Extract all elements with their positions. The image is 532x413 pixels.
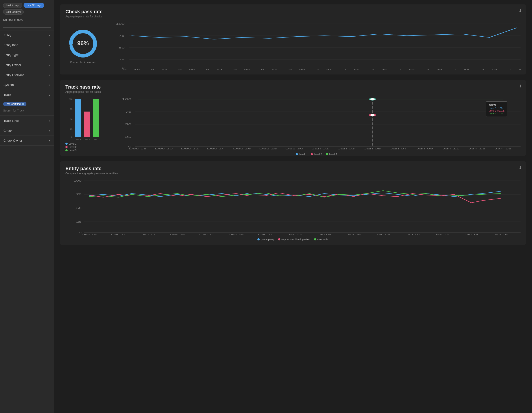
check-owner-filter-row[interactable]: Check Owner ▾ (0, 136, 54, 146)
wayback-label: wayback-archive-ingestion (281, 238, 310, 241)
track-level-filter-row[interactable]: Track Level ▾ (0, 116, 54, 126)
svg-text:0: 0 (71, 136, 72, 138)
track-tag-chip: Test Certified ✕ (3, 102, 26, 106)
track-search-input[interactable] (3, 108, 51, 113)
entity-filter-row[interactable]: Entity ▾ (0, 30, 54, 40)
check-download-button[interactable]: ⬇ (519, 8, 522, 13)
svg-text:Jan 01: Jan 01 (312, 148, 329, 150)
queue-proxy-dot (257, 238, 260, 240)
svg-text:Jan 09: Jan 09 (416, 148, 433, 150)
check-filter-row[interactable]: Check ▾ (0, 126, 54, 136)
main-content: Check pass rate Aggregate pass rate for … (54, 0, 532, 413)
donut-chart: 96% (68, 28, 98, 59)
entity-filter-label: Entity (3, 33, 11, 37)
entity-kind-filter-section: Entity Kind ▾ (0, 40, 54, 50)
svg-text:Jan 08: Jan 08 (376, 233, 390, 236)
line-l1-label: Level 1 (299, 153, 307, 156)
level2-legend-label: Level 2 (69, 146, 76, 148)
days-filter-wrap: Number of days (0, 16, 54, 30)
legend-level2: Level 2 (65, 146, 76, 148)
svg-text:100: 100 (122, 98, 132, 100)
svg-text:Dec 18: Dec 18 (129, 148, 147, 150)
svg-text:Jan 01: Jan 01 (316, 69, 332, 70)
svg-text:50: 50 (70, 118, 72, 120)
donut-label: Current check pass rate (70, 61, 96, 63)
svg-text:75: 75 (119, 35, 125, 37)
chevron-down-icon: ▾ (49, 139, 50, 142)
check-pass-rate-card: Check pass rate Aggregate pass rate for … (60, 4, 526, 75)
track-pass-rate-card: Track pass rate Aggregate pass rate for … (60, 80, 526, 156)
donut-value: 96% (77, 40, 89, 47)
check-owner-filter-section: Check Owner ▾ (0, 136, 54, 146)
entity-type-filter-row[interactable]: Entity Type ▾ (0, 50, 54, 60)
legend-level3: Level 3 (65, 149, 76, 152)
svg-text:75: 75 (125, 111, 132, 113)
entity-download-button[interactable]: ⬇ (519, 165, 522, 170)
track-pass-rate-subtitle: Aggregate pass rate for tracks (65, 90, 521, 93)
svg-text:Jan 16: Jan 16 (509, 69, 521, 70)
entity-lifecycle-filter-label: Entity Lifecycle (3, 73, 24, 77)
check-pass-rate-title: Check pass rate (65, 9, 521, 15)
entity-lifecycle-filter-section: Entity Lifecycle ▾ (0, 70, 54, 80)
track-filter-label: Track (3, 93, 11, 97)
check-filter-label: Check (3, 129, 12, 132)
track-level-filter-section: Track Level ▾ (0, 116, 54, 126)
wayback-dot (278, 238, 280, 240)
svg-text:Level 2: Level 2 (84, 138, 90, 140)
level1-legend-label: Level 1 (69, 142, 76, 145)
entity-lifecycle-filter-row[interactable]: Entity Lifecycle ▾ (0, 70, 54, 80)
svg-text:Dec 18: Dec 18 (123, 69, 140, 70)
svg-text:Jan 05: Jan 05 (364, 148, 381, 150)
svg-text:75: 75 (76, 193, 81, 196)
queue-proxy-label: queue-proxy (261, 238, 274, 241)
www-artist-dot (314, 238, 316, 240)
svg-point-70 (370, 114, 375, 116)
track-download-button[interactable]: ⬇ (519, 84, 522, 88)
svg-text:Jan 03: Jan 03 (344, 69, 360, 70)
track-bar-svg: 100 75 50 25 0 Level 1 Level 2 (65, 97, 105, 141)
svg-text:Dec 28: Dec 28 (259, 148, 277, 150)
check-line-chart: 100 75 50 25 0 Dec 18 Dec 20 Dec 22 Dec … (108, 22, 521, 70)
svg-text:Jan 07: Jan 07 (399, 69, 415, 70)
svg-text:Jan 02: Jan 02 (288, 233, 302, 236)
svg-text:Jan 04: Jan 04 (317, 233, 331, 236)
days-input[interactable] (3, 22, 51, 28)
track-filter-row[interactable]: Track ▴ (0, 90, 54, 100)
donut-chart-wrap: 96% Current check pass rate (65, 28, 101, 63)
svg-text:Jan 06: Jan 06 (347, 233, 361, 236)
entity-filter-section: Entity ▾ (0, 30, 54, 40)
last-30-days-button[interactable]: Last 30 days (24, 3, 44, 8)
entity-kind-filter-row[interactable]: Entity Kind ▾ (0, 40, 54, 50)
entity-pass-rate-card: Entity pass rate Compare the aggregate p… (60, 161, 526, 245)
svg-text:Dec 22: Dec 22 (178, 69, 195, 70)
svg-text:25: 25 (125, 136, 132, 138)
svg-text:Dec 21: Dec 21 (111, 233, 126, 236)
svg-text:Level 1: Level 1 (75, 138, 81, 140)
check-layout: 96% Current check pass rate 100 75 50 (65, 22, 521, 70)
svg-point-71 (370, 98, 375, 100)
entity-owner-filter-row[interactable]: Entity Owner ▾ (0, 60, 54, 70)
chevron-down-icon: ▾ (49, 120, 50, 122)
system-filter-row[interactable]: System ▾ (0, 80, 54, 90)
entity-type-filter-section: Entity Type ▾ (0, 50, 54, 60)
check-owner-filter-label: Check Owner (3, 139, 22, 142)
entity-kind-filter-label: Entity Kind (3, 43, 18, 47)
track-tag-label: Test Certified (5, 102, 21, 106)
last-7-days-button[interactable]: Last 7 days (3, 3, 22, 8)
track-level-filter-label: Track Level (3, 119, 19, 123)
entity-line-svg: 100 75 50 25 0 Dec 19 Dec 21 Dec 23 Dec … (65, 178, 521, 236)
svg-text:Dec 26: Dec 26 (233, 148, 251, 150)
sidebar: Last 7 days Last 30 days Last 90 days Nu… (0, 0, 54, 413)
entity-pass-rate-subtitle: Compare the aggregate pass rate for enti… (65, 172, 521, 175)
svg-text:Dec 29: Dec 29 (228, 233, 244, 236)
svg-rect-39 (93, 99, 99, 137)
days-label: Number of days (3, 18, 51, 21)
svg-text:100: 100 (116, 23, 125, 25)
track-tag-remove-button[interactable]: ✕ (22, 103, 24, 106)
svg-text:Dec 30: Dec 30 (288, 69, 305, 70)
svg-text:Dec 20: Dec 20 (155, 148, 173, 150)
last-90-days-button[interactable]: Last 90 days (3, 9, 24, 15)
svg-text:Dec 31: Dec 31 (258, 233, 273, 236)
chevron-down-icon: ▾ (49, 74, 50, 76)
track-pass-rate-title: Track pass rate (65, 84, 521, 90)
